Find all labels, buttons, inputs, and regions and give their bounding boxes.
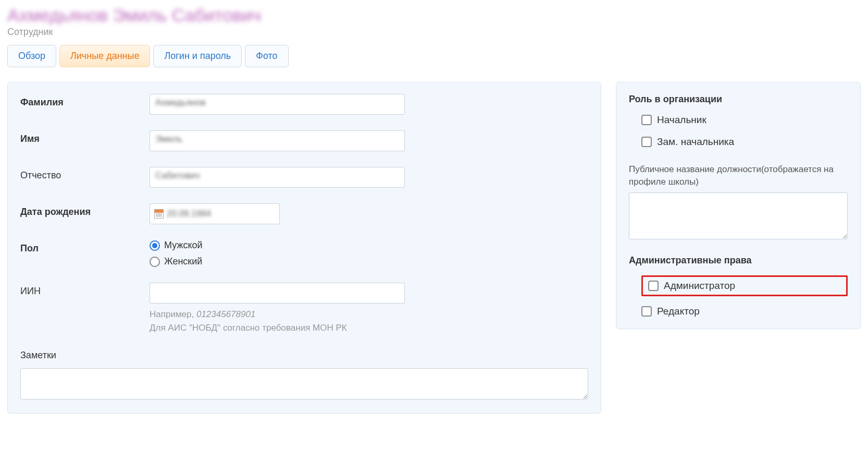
- tab-overview[interactable]: Обзор: [7, 45, 56, 67]
- role-deputy-checkbox[interactable]: [641, 137, 652, 147]
- page-subtitle: Сотрудник: [7, 27, 861, 38]
- right-editor-row[interactable]: Редактор: [641, 306, 848, 317]
- public-title-label: Публичное название должности(отображаетс…: [629, 163, 848, 188]
- gender-female-label: Женский: [164, 256, 202, 267]
- gender-label: Пол: [20, 240, 150, 254]
- patronymic-input[interactable]: Сабитович: [150, 167, 405, 188]
- role-chief-row[interactable]: Начальник: [641, 114, 848, 126]
- birthdate-input[interactable]: 20.09.1984: [150, 203, 280, 224]
- role-deputy-label: Зам. начальника: [657, 136, 734, 148]
- right-editor-label: Редактор: [657, 306, 700, 317]
- admin-highlight-box: Администратор: [641, 275, 848, 296]
- right-admin-label: Администратор: [664, 280, 735, 292]
- patronymic-label: Отчество: [20, 167, 150, 181]
- role-chief-label: Начальник: [657, 114, 706, 126]
- calendar-icon: [154, 209, 164, 219]
- iin-label: ИИН: [20, 283, 150, 297]
- notes-textarea[interactable]: [20, 368, 588, 400]
- gender-male-label: Мужской: [164, 240, 203, 251]
- gender-male-radio[interactable]: [150, 240, 160, 251]
- birthdate-label: Дата рождения: [20, 203, 150, 217]
- firstname-label: Имя: [20, 130, 150, 144]
- page-title: Ахмедьянов Эмиль Сабитович: [7, 5, 861, 26]
- lastname-label: Фамилия: [20, 94, 150, 108]
- role-section-title: Роль в организации: [629, 94, 848, 105]
- role-rights-panel: Роль в организации Начальник Зам. началь…: [616, 82, 861, 329]
- gender-male-row[interactable]: Мужской: [150, 240, 588, 251]
- lastname-input[interactable]: Ахмедьянов: [150, 94, 405, 115]
- gender-female-row[interactable]: Женский: [150, 256, 588, 267]
- tab-login-password[interactable]: Логин и пароль: [153, 45, 242, 67]
- right-admin-checkbox[interactable]: [648, 281, 659, 291]
- firstname-input[interactable]: Эмиль: [150, 130, 405, 151]
- gender-female-radio[interactable]: [150, 257, 160, 267]
- tab-photo[interactable]: Фото: [245, 45, 288, 67]
- right-editor-checkbox[interactable]: [641, 306, 652, 317]
- tabs: Обзор Личные данные Логин и пароль Фото: [7, 45, 861, 67]
- rights-section-title: Административные права: [629, 255, 848, 266]
- public-title-textarea[interactable]: [629, 192, 848, 239]
- role-deputy-row[interactable]: Зам. начальника: [641, 136, 848, 148]
- role-chief-checkbox[interactable]: [641, 115, 652, 125]
- iin-hint: Например, 012345678901 Для АИС "НОБД" со…: [150, 308, 588, 334]
- tab-personal-data[interactable]: Личные данные: [59, 45, 150, 67]
- personal-data-panel: Фамилия Ахмедьянов Имя Эмиль Отчество Са…: [7, 82, 601, 414]
- notes-label: Заметки: [20, 350, 588, 361]
- iin-input[interactable]: [150, 283, 405, 304]
- right-admin-row[interactable]: Администратор: [648, 280, 735, 292]
